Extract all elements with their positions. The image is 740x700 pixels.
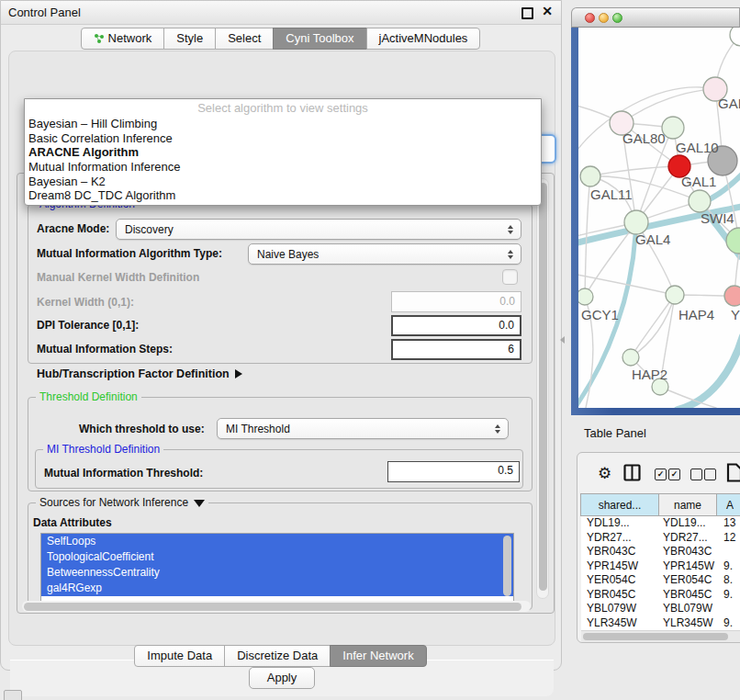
table-cell: YPR145W: [581, 559, 659, 574]
minimized-panel-icon[interactable]: [4, 690, 22, 700]
network-titlebar[interactable]: [571, 7, 740, 28]
gear-icon[interactable]: ⚙: [598, 465, 611, 483]
table-cell: 12: [718, 531, 740, 546]
close-icon[interactable]: ✕: [542, 4, 553, 18]
table-horizontal-scrollbar[interactable]: [581, 630, 740, 642]
tab-jactivemnodules[interactable]: jActiveMNodules: [366, 28, 481, 50]
manual-kernel-label: Manual Kernel Width Definition: [37, 271, 199, 284]
tab-impute-data[interactable]: Impute Data: [134, 645, 225, 667]
mi-algorithm-type-value: Naive Bayes: [249, 248, 508, 261]
attribute-list-scrollbar[interactable]: [503, 536, 511, 596]
table-cell: YDR27...: [659, 531, 718, 546]
settings-horizontal-thumb[interactable]: [24, 603, 521, 611]
close-traffic-light-icon[interactable]: [585, 13, 595, 23]
stepper-arrows-icon: [495, 424, 500, 434]
dpi-tolerance-field[interactable]: 0.0: [391, 315, 521, 336]
aracne-mode-value: Discovery: [117, 223, 508, 236]
tab-label: jActiveMNodules: [379, 28, 468, 49]
algorithm-dropdown-popup[interactable]: Select algorithm to view settings Bayesi…: [24, 98, 542, 206]
mi-steps-field[interactable]: 6: [391, 339, 521, 360]
network-node-hap4[interactable]: [666, 286, 684, 304]
algorithm-option[interactable]: Bayesian – Hill Climbing: [25, 117, 541, 131]
network-node-swi4[interactable]: [726, 228, 740, 254]
data-attribute-item[interactable]: TopologicalCoefficient: [41, 549, 513, 565]
network-node-pink-right[interactable]: [724, 286, 740, 306]
which-threshold-combo[interactable]: MI Threshold: [217, 418, 509, 439]
table-cell: [718, 545, 740, 559]
table-row[interactable]: YER054CYER054C8.: [581, 573, 740, 588]
screen: Control Panel ✕ Network Style Select Cyn…: [0, 0, 740, 700]
network-graph: GALGAL80GAL10GAL1GAL11SWI4GAL4GCY1HAP4YH…: [578, 28, 740, 408]
column-header-third[interactable]: A: [716, 493, 740, 516]
settings-vertical-scrollbar[interactable]: [536, 178, 549, 599]
data-attribute-item[interactable]: gal4RGexp: [41, 581, 513, 596]
table-cell: YLR345W: [659, 616, 718, 631]
table-row[interactable]: YDR27...YDR27...12: [581, 531, 740, 546]
column-header-shared-name[interactable]: shared...: [580, 493, 659, 516]
column-header-name[interactable]: name: [658, 493, 717, 516]
table-row[interactable]: YLR345WYLR345W9.: [581, 616, 740, 631]
table-row[interactable]: YPR145WYPR145W9.: [581, 559, 740, 574]
unchecked-box-icon[interactable]: [690, 469, 702, 480]
table-panel-title: Table Panel: [584, 426, 646, 440]
network-canvas[interactable]: GALGAL80GAL10GAL1GAL11SWI4GAL4GCY1HAP4YH…: [578, 28, 740, 408]
table-cell: 9.: [718, 559, 740, 574]
network-node-top-right-cut[interactable]: [730, 28, 740, 46]
sources-title[interactable]: Sources for Network Inference: [36, 496, 208, 509]
unchecked-box-icon[interactable]: [704, 469, 716, 480]
apply-button[interactable]: Apply: [249, 667, 315, 689]
data-attributes-label: Data Attributes: [33, 516, 112, 529]
settings-vertical-thumb[interactable]: [539, 183, 547, 591]
algorithm-option[interactable]: ARACNE Algorithm: [25, 145, 541, 160]
minimize-traffic-light-icon[interactable]: [599, 13, 609, 23]
data-attribute-item[interactable]: BetweennessCentrality: [41, 565, 513, 581]
checked-box-icon[interactable]: ✓: [668, 469, 680, 480]
control-panel-titlebar[interactable]: Control Panel ✕: [1, 1, 561, 25]
manual-kernel-checkbox[interactable]: [502, 269, 518, 285]
mi-threshold-field[interactable]: 0.5: [387, 461, 520, 482]
algorithm-option[interactable]: Basic Correlation Inference: [25, 131, 541, 146]
algorithm-placeholder: Select algorithm to view settings: [25, 99, 541, 117]
table-row[interactable]: YDL19...YDL19...13: [581, 516, 740, 531]
network-node-hap2[interactable]: [622, 349, 639, 366]
tab-infer-network[interactable]: Infer Network: [330, 645, 426, 667]
data-attributes-list[interactable]: SelfLoopsTopologicalCoefficientBetweenne…: [40, 533, 514, 606]
node-label-GAL10: GAL10: [676, 140, 719, 155]
tab-style[interactable]: Style: [163, 28, 216, 50]
table-header-row: shared... name A: [581, 493, 740, 516]
document-icon[interactable]: [726, 463, 740, 482]
mi-algorithm-type-combo[interactable]: Naive Bayes: [248, 243, 521, 265]
cyni-bottom-tabbar: Impute Data Discretize Data Infer Networ…: [1, 645, 561, 667]
algorithm-option[interactable]: Bayesian – K2: [25, 175, 541, 189]
node-label-HAP4: HAP4: [678, 307, 714, 322]
panel-splitter-handle[interactable]: [560, 336, 565, 344]
table-row[interactable]: YBR045CYBR045C9.: [581, 588, 740, 603]
table-row[interactable]: YBR043CYBR043C: [581, 545, 740, 559]
tab-label: Cyni Toolbox: [286, 28, 353, 49]
network-node-gal1[interactable]: [689, 190, 711, 212]
tab-cyni-toolbox[interactable]: Cyni Toolbox: [273, 28, 366, 50]
tab-network[interactable]: Network: [81, 28, 165, 50]
table-row[interactable]: YBL079WYBL079W: [581, 602, 740, 616]
zoom-traffic-light-icon[interactable]: [612, 13, 622, 23]
network-node-gcy1[interactable]: [578, 288, 593, 305]
table-cell: 9.: [718, 616, 740, 631]
algorithm-option[interactable]: Dream8 DC_TDC Algorithm: [25, 188, 541, 203]
settings-horizontal-scrollbar[interactable]: [22, 601, 531, 612]
aracne-mode-combo[interactable]: Discovery: [116, 219, 521, 240]
tab-label: Impute Data: [147, 646, 212, 666]
hub-definition-toggle[interactable]: Hub/Transcription Factor Definition: [37, 367, 242, 380]
checked-box-icon[interactable]: ✓: [655, 469, 667, 480]
float-panel-icon[interactable]: [521, 7, 533, 19]
network-node-gal11[interactable]: [580, 166, 600, 186]
data-attribute-item[interactable]: SelfLoops: [41, 534, 513, 549]
tab-discretize-data[interactable]: Discretize Data: [224, 645, 331, 667]
tab-select[interactable]: Select: [215, 28, 274, 50]
algorithm-option[interactable]: Mutual Information Inference: [25, 160, 541, 175]
kernel-width-label: Kernel Width (0,1):: [37, 296, 134, 309]
split-panel-icon[interactable]: [623, 464, 641, 481]
node-label-GAL1: GAL1: [681, 174, 716, 189]
kernel-width-field[interactable]: 0.0: [391, 291, 521, 312]
table-horizontal-thumb[interactable]: [583, 633, 728, 640]
table-cell: YER054C: [659, 573, 718, 588]
